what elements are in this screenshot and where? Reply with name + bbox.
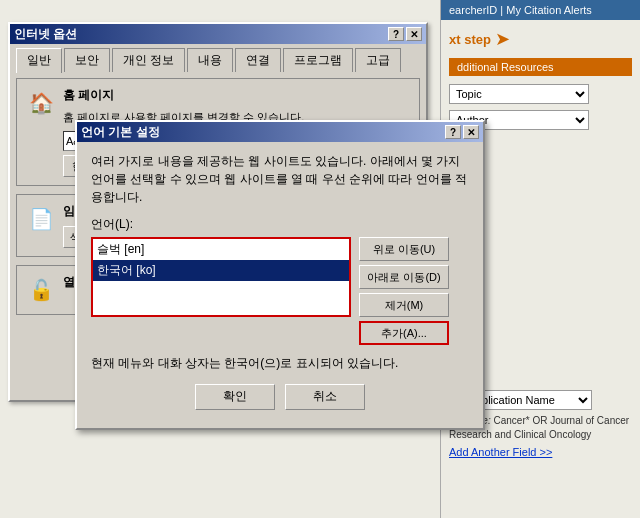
language-dialog: 언어 기본 설정 ? ✕ 여러 가지로 내용을 제공하는 웹 사이트도 있습니다… bbox=[75, 120, 485, 430]
researcher-bar: earcherID | My Citation Alerts bbox=[449, 4, 592, 16]
home-section-title: 홈 페이지 bbox=[63, 87, 411, 104]
lang-label: 언어(L): bbox=[91, 216, 469, 233]
help-button-lang[interactable]: ? bbox=[445, 125, 461, 139]
lang-description: 여러 가지로 내용을 제공하는 웹 사이트도 있습니다. 아래에서 몇 가지 언… bbox=[91, 152, 469, 206]
lang-status: 현재 메뉴와 대화 상자는 한국어(으)로 표시되어 있습니다. bbox=[91, 355, 469, 372]
titlebar-buttons: ? ✕ bbox=[388, 27, 422, 41]
right-panel-header: earcherID | My Citation Alerts bbox=[441, 0, 640, 20]
tab-advanced[interactable]: 고급 bbox=[355, 48, 401, 72]
close-button-io[interactable]: ✕ bbox=[406, 27, 422, 41]
tab-content[interactable]: 내용 bbox=[187, 48, 233, 72]
remove-btn[interactable]: 제거(M) bbox=[359, 293, 449, 317]
tab-general[interactable]: 일반 bbox=[16, 48, 62, 73]
tabs-bar: 일반 보안 개인 정보 내용 연결 프로그램 고급 bbox=[10, 44, 426, 72]
tab-programs[interactable]: 프로그램 bbox=[283, 48, 353, 72]
lang-titlebar-buttons: ? ✕ bbox=[445, 125, 479, 139]
tab-connections[interactable]: 연결 bbox=[235, 48, 281, 72]
additional-resources-bar: dditional Resources bbox=[449, 58, 632, 76]
move-up-btn[interactable]: 위로 이동(U) bbox=[359, 237, 449, 261]
field-row-topic: Topic bbox=[449, 84, 632, 104]
language-dialog-title: 언어 기본 설정 bbox=[81, 124, 160, 141]
lang-action-buttons: 위로 이동(U) 아래로 이동(D) 제거(M) 추가(A)... bbox=[359, 237, 449, 345]
close-button-lang[interactable]: ✕ bbox=[463, 125, 479, 139]
topic-select[interactable]: Topic bbox=[449, 84, 589, 104]
language-dialog-titlebar: 언어 기본 설정 ? ✕ bbox=[77, 122, 483, 142]
language-listbox[interactable]: 슬벅 [en] 한국어 [ko] bbox=[91, 237, 351, 317]
lang-cancel-btn[interactable]: 취소 bbox=[285, 384, 365, 410]
add-another-field-link[interactable]: Add Another Field >> bbox=[449, 446, 636, 458]
additional-resources-label: dditional Resources bbox=[457, 61, 554, 73]
temp-icon: 📄 bbox=[25, 203, 57, 235]
home-icon: 🏠 bbox=[25, 87, 57, 119]
lang-item-en[interactable]: 슬벅 [en] bbox=[93, 239, 349, 260]
next-step-label: xt step bbox=[449, 32, 491, 47]
open-icon: 🔓 bbox=[25, 274, 57, 306]
lang-bottom-buttons: 확인 취소 bbox=[91, 384, 469, 410]
tab-privacy[interactable]: 개인 정보 bbox=[112, 48, 185, 72]
tab-security[interactable]: 보안 bbox=[64, 48, 110, 72]
help-button-io[interactable]: ? bbox=[388, 27, 404, 41]
lang-item-ko[interactable]: 한국어 [ko] bbox=[93, 260, 349, 281]
lang-main-area: 슬벅 [en] 한국어 [ko] 위로 이동(U) 아래로 이동(D) 제거(M… bbox=[91, 237, 469, 345]
add-btn[interactable]: 추가(A)... bbox=[359, 321, 449, 345]
language-dialog-body: 여러 가지로 내용을 제공하는 웹 사이트도 있습니다. 아래에서 몇 가지 언… bbox=[77, 142, 483, 420]
move-down-btn[interactable]: 아래로 이동(D) bbox=[359, 265, 449, 289]
next-step-arrow: ➤ bbox=[495, 28, 510, 50]
internet-options-title: 인터넷 옵션 bbox=[14, 26, 77, 43]
lang-ok-btn[interactable]: 확인 bbox=[195, 384, 275, 410]
internet-options-titlebar: 인터넷 옵션 ? ✕ bbox=[10, 24, 426, 44]
